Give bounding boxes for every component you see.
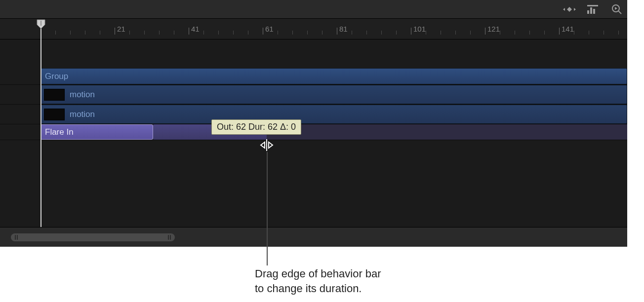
svg-marker-1 [563,8,565,11]
caption-line: to change its duration. [255,281,381,296]
callout-line [267,152,268,265]
ruler-tick-minor [515,31,515,35]
ruler-tick-minor [589,31,589,35]
ruler-tick-major [485,28,485,35]
ruler-tick-minor [292,31,293,35]
svg-marker-2 [574,8,576,11]
clip-thumbnail [44,89,65,101]
bottom-bar [0,227,627,247]
ruler-tick-minor [352,31,352,35]
keyframe-icon[interactable] [563,3,576,16]
ruler-tick-minor [144,31,145,35]
tooltip-text: Out: 62 Dur: 62 Δ: 0 [217,122,296,132]
tracks-area: Group motion motion Flare In [0,39,627,140]
behavior-bar[interactable]: Flare In [40,124,153,140]
row-gutter [0,68,40,84]
ruler-tick-minor [85,31,85,35]
ruler-tick-minor [396,31,397,35]
ruler-tick-minor [307,31,308,35]
ruler-tick-minor [500,31,500,35]
time-ruler[interactable]: 21416181101121141 [0,19,627,39]
clip-label: motion [70,90,95,100]
clip-bar[interactable]: motion [40,105,627,124]
behavior-row: Flare In [0,124,627,140]
ruler-tick-minor [604,31,604,35]
ruler-tick-minor [159,31,160,35]
ruler-tick-major [115,28,115,35]
svg-rect-3 [587,10,589,14]
ruler-tick-minor [426,31,426,35]
caption-line: Drag edge of behavior bar [255,266,381,281]
ruler-tick-label: 41 [191,25,200,33]
group-bar[interactable]: Group [40,68,627,84]
row-gutter [0,85,40,104]
svg-marker-0 [567,7,572,12]
ruler-tick-minor [70,31,71,35]
ruler-tick-major [559,28,560,35]
ruler-tick-minor [203,31,204,35]
spacer-row [0,39,627,68]
svg-rect-4 [590,7,592,14]
ruler-tick-label: 121 [487,25,500,33]
svg-rect-6 [587,5,598,6]
ruler-tick-major [337,28,337,35]
ruler-tick-minor [129,31,130,35]
ruler-tick-label: 141 [562,25,574,33]
audio-meter-icon[interactable] [587,3,600,16]
behavior-label: Flare In [45,127,74,137]
ruler-tick-minor [233,31,234,35]
svg-rect-5 [593,9,595,14]
ruler-tick-minor [322,31,322,35]
ruler-tick-minor [529,31,530,35]
ruler-tick-minor [100,31,100,35]
ruler-tick-minor [574,31,574,35]
search-play-icon[interactable] [610,3,623,16]
svg-marker-13 [261,142,265,148]
ruler-tick-minor [366,31,367,35]
ruler-tick-major [263,28,263,35]
ruler-tick-minor [381,31,382,35]
ruler-tick-label: 61 [265,25,274,33]
ruler-tick-minor [218,31,219,35]
ruler-tick-minor [544,31,545,35]
clip-label: motion [70,110,95,119]
ruler-tick-label: 81 [339,25,348,33]
ruler-tick-label: 101 [413,25,426,33]
trim-tooltip: Out: 62 Dur: 62 Δ: 0 [211,119,301,135]
clip-row: motion [0,85,627,105]
toolbar-icons [563,0,623,19]
ruler-tick-minor [618,31,619,35]
ruler-tick-minor [55,31,56,35]
ruler-tick-major [411,28,411,35]
ruler-tick-minor [278,31,278,35]
clip-thumbnail [44,109,65,120]
row-gutter [0,105,40,124]
trim-handle[interactable] [260,138,274,152]
group-label: Group [45,72,68,81]
svg-marker-14 [269,142,273,148]
ruler-tick-minor [470,31,471,35]
playhead[interactable] [40,22,41,227]
caption: Drag edge of behavior bar to change its … [255,266,381,296]
clip-bar[interactable]: motion [40,85,627,104]
group-row: Group [0,68,627,85]
ruler-tick-minor [174,31,174,35]
ruler-tick-minor [248,31,248,35]
svg-marker-9 [615,7,617,10]
horizontal-scrollbar[interactable] [11,233,175,241]
ruler-tick-minor [441,31,441,35]
ruler-tick-minor [455,31,456,35]
playhead-marker-icon[interactable] [36,19,46,30]
svg-line-8 [618,11,621,14]
ruler-tick-major [189,28,189,35]
clip-row: motion [0,105,627,124]
toolbar [0,0,627,19]
ruler-tick-label: 21 [117,25,125,33]
timeline-panel: 21416181101121141 Group motion [0,0,627,247]
